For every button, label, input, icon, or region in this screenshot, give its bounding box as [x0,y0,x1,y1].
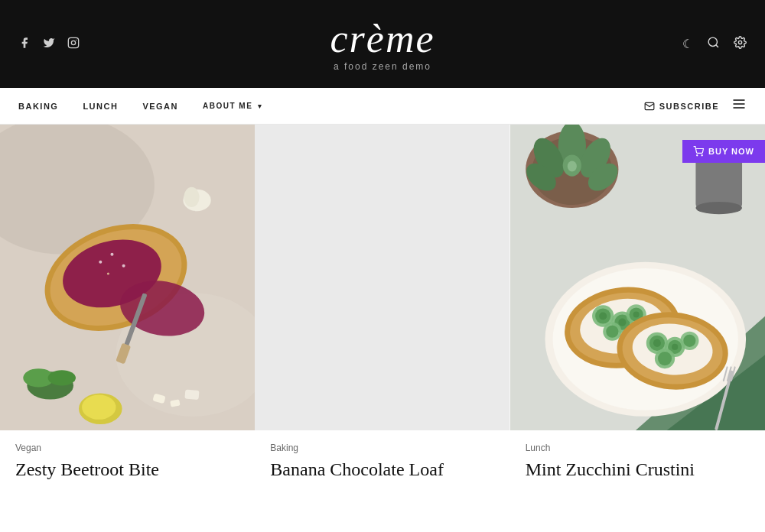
dark-mode-icon[interactable]: ☾ [682,37,693,51]
svg-point-3 [708,37,717,46]
svg-point-57 [618,319,626,326]
svg-point-25 [82,395,116,420]
card-2-content: Baking Banana Chocolate Loaf [255,430,509,488]
instagram-icon [67,37,80,49]
nav-links: BAKING LUNCH VEGAN ABOUT ME ▾ [18,102,263,111]
twitter-link[interactable] [43,37,55,52]
card-3-content: Lunch Mint Zucchini Crustini [510,430,765,488]
svg-point-16 [110,253,113,256]
svg-point-80 [697,155,698,156]
svg-point-43 [567,161,576,171]
svg-point-73 [683,335,695,347]
card-3: BUY NOW Lunch Mint Zucchini Crustini [510,125,765,488]
card-1-title[interactable]: Zesty Beetroot Bite [15,458,239,482]
svg-rect-0 [68,37,78,47]
svg-point-2 [76,39,76,40]
svg-rect-28 [184,389,199,400]
svg-point-71 [672,344,678,350]
svg-point-23 [48,370,76,385]
cart-icon [693,146,704,157]
site-logo[interactable]: crème a food zeen demo [330,16,435,72]
nav-vegan[interactable]: VEGAN [142,102,178,111]
nav-lunch[interactable]: LUNCH [83,102,118,111]
card-2-category: Baking [270,443,494,453]
card-3-category: Lunch [526,443,750,453]
svg-point-46 [695,202,742,214]
nav-baking[interactable]: BAKING [18,102,58,111]
svg-point-30 [184,187,199,207]
nav-right: SUBSCRIBE [644,96,747,115]
card-2-title[interactable]: Banana Chocolate Loaf [270,458,494,482]
card-1-category: Vegan [15,443,239,453]
instagram-link[interactable] [67,37,80,52]
svg-point-1 [71,41,75,44]
facebook-icon [18,37,31,49]
svg-point-18 [107,272,109,274]
email-icon [644,101,655,112]
logo-subtitle: a food zeen demo [330,61,435,72]
svg-point-81 [702,155,702,156]
svg-point-62 [606,326,618,338]
card-1: Vegan Zesty Beetroot Bite [0,125,255,488]
svg-rect-31 [255,125,509,430]
card-2-image[interactable] [255,125,509,430]
svg-point-4 [738,41,741,44]
social-links [18,37,80,52]
facebook-link[interactable] [18,37,31,52]
settings-icon[interactable] [734,36,747,52]
chevron-down-icon: ▾ [258,102,263,110]
card-2: Baking Banana Chocolate Loaf [255,125,509,488]
logo-title: crème [330,16,435,61]
hamburger-menu[interactable] [731,96,747,115]
main-nav: BAKING LUNCH VEGAN ABOUT ME ▾ SUBSCRIBE [0,88,765,125]
card-3-image[interactable] [510,125,765,430]
site-header: crème a food zeen demo ☾ [0,0,765,88]
svg-point-15 [99,261,102,264]
svg-point-54 [599,312,607,320]
card-1-image[interactable] [0,125,255,430]
nav-about-me[interactable]: ABOUT ME ▾ [203,102,263,110]
search-icon[interactable] [707,36,720,52]
buy-now-badge[interactable]: BUY NOW [682,140,765,163]
svg-point-68 [653,339,661,347]
card-1-content: Vegan Zesty Beetroot Bite [0,430,255,488]
header-actions: ☾ [682,36,747,52]
svg-point-75 [658,352,672,365]
subscribe-button[interactable]: SUBSCRIBE [644,101,719,112]
svg-point-17 [122,264,125,268]
article-grid: Vegan Zesty Beetroot Bite Baking Banana … [0,125,765,488]
svg-point-60 [633,311,639,317]
twitter-icon [43,37,55,49]
card-3-title[interactable]: Mint Zucchini Crustini [526,458,750,482]
main-content: Vegan Zesty Beetroot Bite Baking Banana … [0,125,765,488]
